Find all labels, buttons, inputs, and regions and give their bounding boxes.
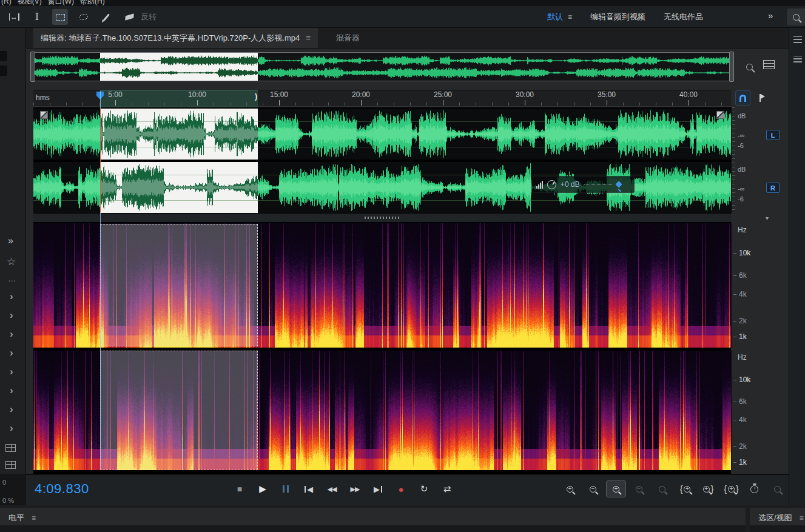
zoom-out-selection-button[interactable] bbox=[629, 480, 649, 497]
timeline-ruler[interactable]: hms 5:0010:0015:0020:0025:0030:0035:0040… bbox=[33, 90, 731, 107]
panel-menu-icon[interactable] bbox=[793, 56, 802, 62]
timer-button[interactable] bbox=[744, 480, 764, 497]
waveform-canvas-left[interactable] bbox=[33, 109, 731, 160]
freq-tick-label: 2k bbox=[739, 443, 747, 450]
zoom-in-button[interactable] bbox=[560, 480, 580, 497]
overview-navigator bbox=[30, 52, 734, 82]
expand-rail-button[interactable]: » bbox=[8, 235, 13, 246]
record-button[interactable]: ● bbox=[392, 480, 410, 497]
collapsed-panel-item[interactable]: › bbox=[10, 385, 13, 396]
paintbrush-tool-button[interactable] bbox=[98, 9, 114, 25]
collapsed-panel-notch[interactable] bbox=[0, 51, 7, 61]
workspace-tab-label: 默认 bbox=[547, 12, 563, 21]
time-selection-tool-button[interactable]: I bbox=[29, 9, 45, 25]
zoom-right-edge-button[interactable]: } bbox=[698, 480, 718, 497]
loop-playback-button[interactable]: ↻ bbox=[415, 480, 433, 497]
view-splitter[interactable] bbox=[33, 214, 731, 222]
lasso-selection-tool-button[interactable] bbox=[75, 9, 91, 25]
workspace-tab-edit-audio-to-video[interactable]: 编辑音频到视频 bbox=[590, 12, 645, 22]
add-marker-button[interactable] bbox=[754, 92, 766, 104]
ruler-tick-label: 10:00 bbox=[188, 90, 206, 99]
fade-out-handle[interactable] bbox=[716, 111, 724, 119]
workspace-overflow-chevron[interactable]: » bbox=[768, 10, 773, 21]
volume-hud[interactable]: +0 dB bbox=[531, 176, 635, 193]
zoom-reset-button[interactable] bbox=[652, 480, 672, 497]
meter-scale-label: 0 % bbox=[2, 497, 14, 504]
playhead-line-waveform bbox=[100, 109, 101, 212]
workspace-menu-icon[interactable]: ≡ bbox=[568, 13, 572, 21]
menu-bar-text: (R) 视图(V) 窗口(W) 帮助(H) bbox=[1, 0, 105, 6]
panel-menu-icon[interactable]: ≡ bbox=[800, 514, 804, 522]
panel-menu-icon[interactable] bbox=[793, 36, 802, 43]
gain-knob[interactable] bbox=[547, 180, 556, 189]
toolbar: ↔ I 反转 默认≡ 编辑音频到视频 无线电作品 » bbox=[0, 6, 805, 28]
skip-selection-button[interactable]: ⇄ bbox=[438, 480, 456, 497]
skip-to-start-button[interactable]: ◀ bbox=[300, 480, 318, 497]
overview-right-handle[interactable] bbox=[729, 52, 734, 82]
zoom-selection-full-button[interactable]: {} bbox=[721, 480, 741, 497]
overview-zoom-button[interactable] bbox=[741, 59, 757, 75]
scale-dropdown-arrow[interactable]: ▾ bbox=[766, 215, 769, 221]
rail-more-icon[interactable]: … bbox=[8, 274, 16, 283]
play-button[interactable]: ▶ bbox=[254, 480, 272, 497]
fade-in-handle[interactable] bbox=[40, 111, 48, 119]
mixer-tab[interactable]: 混音器 bbox=[336, 28, 360, 48]
snap-toggle-button[interactable] bbox=[735, 90, 750, 106]
time-display[interactable]: 4:09.830 bbox=[35, 481, 89, 497]
zoom-left-edge-button[interactable]: { bbox=[675, 480, 695, 497]
overview-waveform-canvas[interactable] bbox=[35, 53, 730, 81]
workspace-tab-default[interactable]: 默认≡ bbox=[547, 12, 572, 22]
menu-bar[interactable]: (R) 视图(V) 窗口(W) 帮助(H) bbox=[0, 0, 805, 6]
overview-range[interactable] bbox=[34, 52, 730, 81]
collapsed-panel-item[interactable]: › bbox=[10, 291, 13, 301]
editor-file-tab[interactable]: 编辑器: 地球百子.The.100.S07E13.中英字幕.HDTVrip.72… bbox=[33, 28, 318, 48]
right-panel-rail bbox=[789, 28, 805, 505]
invert-button[interactable]: 反转 bbox=[141, 6, 157, 28]
marquee-icon bbox=[56, 14, 65, 21]
overview-display-options-icon[interactable] bbox=[763, 60, 775, 69]
magnifier-icon bbox=[774, 486, 781, 493]
channel-right-button[interactable]: R bbox=[766, 183, 780, 193]
brace-glyph: { bbox=[680, 484, 683, 494]
collapsed-panel-item[interactable]: › bbox=[10, 310, 13, 320]
zoom-in-selection-button[interactable] bbox=[606, 480, 626, 497]
collapsed-panel-item[interactable]: › bbox=[10, 329, 13, 339]
db-unit-label: dB bbox=[738, 166, 746, 173]
zoom-out-button[interactable] bbox=[583, 480, 603, 497]
workspace-tab-radio-production[interactable]: 无线电作品 bbox=[664, 12, 703, 22]
pin-icon[interactable] bbox=[615, 181, 622, 187]
collapsed-panel-item[interactable]: › bbox=[10, 404, 13, 414]
panel-menu-icon[interactable]: ≡ bbox=[306, 33, 311, 42]
spectral-selection-overlay[interactable] bbox=[100, 224, 258, 346]
skip-to-end-button[interactable]: ▶ bbox=[369, 480, 387, 497]
rewind-icon: ◀◀ bbox=[328, 485, 337, 493]
fast-forward-button[interactable]: ▶▶ bbox=[346, 480, 364, 497]
search-button[interactable] bbox=[787, 8, 805, 25]
gain-value[interactable]: +0 dB bbox=[561, 180, 580, 189]
pause-button[interactable] bbox=[277, 480, 295, 497]
channel-left-button[interactable]: L bbox=[766, 130, 780, 140]
amplitude-scale: dB -∞ -6 dB -∞ -6 L R bbox=[731, 107, 789, 214]
db-tick-label: -∞ bbox=[738, 185, 745, 192]
collapsed-panel-item[interactable]: › bbox=[10, 366, 13, 377]
collapsed-panel-notch[interactable] bbox=[0, 66, 7, 76]
timer-icon bbox=[750, 485, 758, 493]
favorites-star-icon[interactable]: ☆ bbox=[7, 255, 16, 268]
panel-menu-icon[interactable]: ≡ bbox=[32, 514, 36, 522]
levels-panel-body bbox=[0, 525, 746, 532]
brace-glyph: } bbox=[736, 484, 739, 494]
selection-end-handle[interactable]: ) bbox=[255, 92, 257, 101]
stop-button[interactable]: ■ bbox=[231, 480, 249, 497]
splitter-grip[interactable] bbox=[365, 217, 400, 219]
collapsed-panel-item[interactable]: › bbox=[10, 348, 13, 358]
marquee-selection-tool-button[interactable] bbox=[52, 9, 68, 25]
rewind-button[interactable]: ◀◀ bbox=[323, 480, 341, 497]
spectral-selection-overlay[interactable] bbox=[100, 351, 258, 470]
rail-grid-icon[interactable] bbox=[5, 444, 16, 452]
rail-grid-icon[interactable] bbox=[5, 461, 16, 469]
zoom-full-button[interactable] bbox=[767, 480, 787, 497]
magnifier-icon bbox=[703, 486, 710, 493]
collapsed-panel-item[interactable]: › bbox=[10, 423, 13, 433]
spot-healing-tool-button[interactable] bbox=[121, 9, 137, 25]
move-tool-button[interactable]: ↔ bbox=[6, 9, 22, 25]
